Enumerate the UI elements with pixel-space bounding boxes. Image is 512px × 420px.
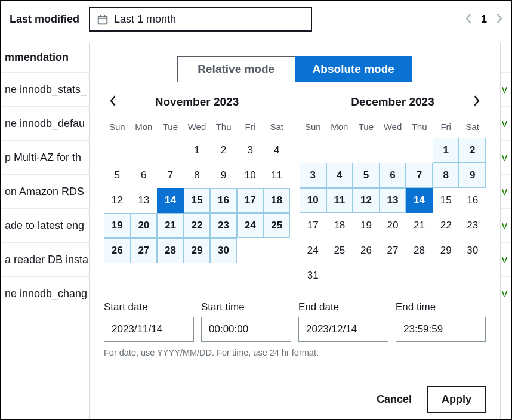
calendar-day[interactable]: 24 xyxy=(300,238,326,263)
calendar-day[interactable]: 27 xyxy=(380,238,406,263)
calendar-day[interactable]: 6 xyxy=(131,163,158,188)
calendar-day[interactable]: 20 xyxy=(131,213,158,238)
date-filter-trigger[interactable]: Last 1 month xyxy=(89,7,312,32)
calendar-day[interactable]: 12 xyxy=(104,188,131,213)
calendar-day[interactable]: 6 xyxy=(380,163,406,188)
calendar-day[interactable]: 21 xyxy=(406,213,433,238)
calendar-day[interactable]: 24 xyxy=(237,213,264,238)
end-date-label: End date xyxy=(298,301,388,313)
calendar-day[interactable]: 4 xyxy=(263,138,290,163)
next-month-button[interactable] xyxy=(470,93,482,112)
calendar-empty xyxy=(380,138,406,163)
calendar-day[interactable]: 23 xyxy=(459,213,486,238)
calendar-day[interactable]: 31 xyxy=(300,263,326,288)
row-text: ade to latest eng xyxy=(5,220,84,232)
calendar-day[interactable]: 29 xyxy=(433,238,459,263)
calendar-day[interactable]: 2 xyxy=(459,138,486,163)
filter-bar: Last modified Last 1 month 1 xyxy=(1,1,511,38)
calendar-day[interactable]: 30 xyxy=(459,238,486,263)
day-of-week-header: Fri xyxy=(433,117,459,138)
apply-button[interactable]: Apply xyxy=(427,386,486,413)
calendar-empty xyxy=(104,138,131,163)
calendar-day[interactable]: 16 xyxy=(210,188,237,213)
calendar-day[interactable]: 20 xyxy=(380,213,406,238)
calendar-day[interactable]: 10 xyxy=(300,188,326,213)
calendar-day[interactable]: 11 xyxy=(326,188,353,213)
calendar-day[interactable]: 17 xyxy=(300,213,326,238)
start-time-input[interactable] xyxy=(201,317,291,342)
calendar-day[interactable]: 8 xyxy=(433,163,459,188)
calendar-day[interactable]: 16 xyxy=(459,188,486,213)
calendar-day[interactable]: 25 xyxy=(326,238,353,263)
calendar-day[interactable]: 8 xyxy=(184,163,211,188)
calendar-day[interactable]: 3 xyxy=(300,163,326,188)
calendar-empty xyxy=(380,263,406,288)
day-of-week-header: Sat xyxy=(263,117,290,138)
calendar-day[interactable]: 7 xyxy=(157,163,184,188)
filter-value: Last 1 month xyxy=(114,13,176,26)
page-prev-button[interactable] xyxy=(465,12,473,27)
calendar-day[interactable]: 13 xyxy=(131,188,158,213)
calendar-day[interactable]: 9 xyxy=(210,163,237,188)
calendar-day[interactable]: 22 xyxy=(433,213,459,238)
calendar-day[interactable]: 4 xyxy=(326,163,353,188)
calendar-empty xyxy=(353,263,380,288)
page-number: 1 xyxy=(481,13,487,26)
calendar-day[interactable]: 30 xyxy=(210,238,237,263)
calendar-empty xyxy=(237,238,264,263)
calendar-empty xyxy=(406,138,433,163)
calendar-day[interactable]: 11 xyxy=(263,163,290,188)
calendar-day[interactable]: 18 xyxy=(326,213,353,238)
end-time-input[interactable] xyxy=(396,317,486,342)
start-date-label: Start date xyxy=(104,301,194,313)
prev-month-button[interactable] xyxy=(107,93,119,112)
calendar-day[interactable]: 3 xyxy=(237,138,264,163)
calendar-day[interactable]: 27 xyxy=(131,238,158,263)
calendar-day[interactable]: 19 xyxy=(353,213,380,238)
calendar-day[interactable]: 12 xyxy=(353,188,380,213)
calendar-day[interactable]: 10 xyxy=(237,163,264,188)
format-hint: For date, use YYYY/MM/DD. For time, use … xyxy=(104,348,486,357)
calendar-day[interactable]: 1 xyxy=(184,138,211,163)
calendar-day[interactable]: 15 xyxy=(184,188,211,213)
calendar-left-title: November 2023 xyxy=(155,95,239,109)
calendar-day[interactable]: 26 xyxy=(104,238,131,263)
day-of-week-header: Wed xyxy=(380,117,406,138)
day-of-week-header: Mon xyxy=(131,117,158,138)
calendar-day[interactable]: 5 xyxy=(104,163,131,188)
calendar-day[interactable]: 5 xyxy=(353,163,380,188)
calendar-day[interactable]: 25 xyxy=(263,213,290,238)
calendar-day[interactable]: 2 xyxy=(210,138,237,163)
row-text: a reader DB insta xyxy=(5,254,88,266)
calendar-day[interactable]: 1 xyxy=(433,138,459,163)
calendar-container: November 2023 SunMonTueWedThuFriSat12345… xyxy=(104,95,486,288)
calendar-day[interactable]: 29 xyxy=(184,238,211,263)
calendar-day[interactable]: 26 xyxy=(353,238,380,263)
calendar-day[interactable]: 17 xyxy=(237,188,264,213)
end-date-input[interactable] xyxy=(298,317,388,342)
row-text: on Amazon RDS xyxy=(5,186,84,198)
calendar-day[interactable]: 22 xyxy=(184,213,211,238)
page-next-button[interactable] xyxy=(495,12,502,27)
calendar-day[interactable]: 15 xyxy=(433,188,459,213)
calendar-day[interactable]: 14 xyxy=(406,188,433,213)
calendar-day[interactable]: 13 xyxy=(380,188,406,213)
calendar-day[interactable]: 23 xyxy=(210,213,237,238)
calendar-day[interactable]: 14 xyxy=(157,188,184,213)
day-of-week-header: Mon xyxy=(326,117,353,138)
calendar-day[interactable]: 7 xyxy=(406,163,433,188)
day-of-week-header: Fri xyxy=(237,117,264,138)
absolute-mode-button[interactable]: Absolute mode xyxy=(295,56,413,82)
popover-footer: Cancel Apply xyxy=(104,386,486,413)
calendar-day[interactable]: 28 xyxy=(406,238,433,263)
calendar-day[interactable]: 28 xyxy=(157,238,184,263)
row-text: ne innodb_defau xyxy=(5,118,85,130)
calendar-day[interactable]: 18 xyxy=(263,188,290,213)
filter-label: Last modified xyxy=(10,13,79,26)
calendar-day[interactable]: 21 xyxy=(157,213,184,238)
calendar-day[interactable]: 19 xyxy=(104,213,131,238)
calendar-day[interactable]: 9 xyxy=(459,163,486,188)
start-date-input[interactable] xyxy=(104,317,194,342)
cancel-button[interactable]: Cancel xyxy=(372,387,417,412)
relative-mode-button[interactable]: Relative mode xyxy=(177,56,295,82)
